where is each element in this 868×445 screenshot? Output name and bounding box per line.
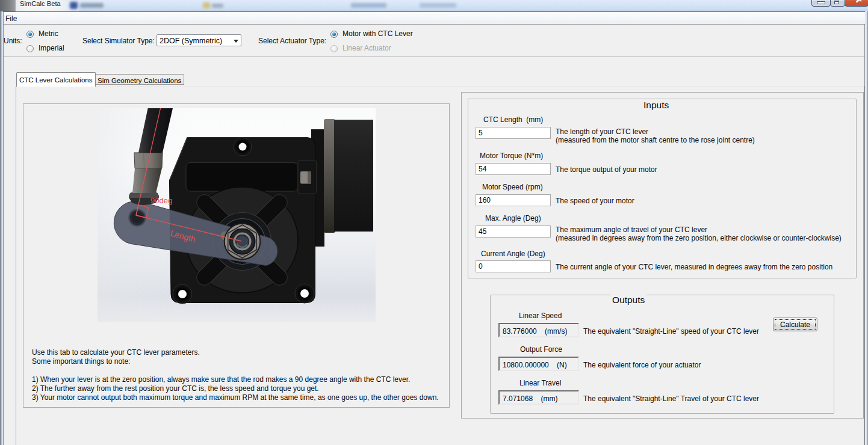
svg-text:90deg: 90deg xyxy=(150,196,172,205)
